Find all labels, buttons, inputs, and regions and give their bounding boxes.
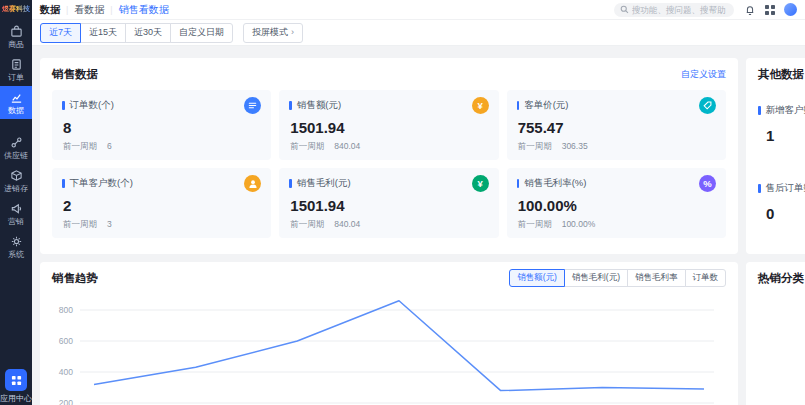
sidebar-item-orders[interactable]: 订单 [0,53,32,86]
customer-icon [244,175,261,192]
app-center-icon[interactable] [5,369,27,391]
user-avatar[interactable] [784,3,797,16]
range-button-custom[interactable]: 自定义日期 [170,23,233,43]
accent-bar [758,106,761,115]
metric-label: 销售毛利率(%) [524,177,586,190]
svg-text:600: 600 [59,336,73,346]
prev-period-value: 100.00% [562,219,596,231]
trend-line-chart: 8006004002000 [52,290,724,405]
prev-period-label: 前一周期 [63,219,97,231]
metric-value: 1 [766,127,805,144]
tab-sales-amount[interactable]: 销售额(元) [509,269,565,287]
sidebar-item-label: 数据 [8,106,24,115]
tab-order-count[interactable]: 订单数 [685,269,727,287]
metric-prev: 前一周期 840.04 [290,141,488,153]
main-content: 销售数据 自定义设置 订单数(个) 8 前一周期 6 [32,46,805,405]
sidebar-item-goods[interactable]: 商品 [0,20,32,53]
metric-value: 8 [63,119,261,136]
prev-period-value: 306.35 [562,141,588,153]
topbar-icons [744,3,797,16]
accent-bar [289,101,292,110]
prev-period-label: 前一周期 [290,141,324,153]
metric-prev: 前一周期 306.35 [518,141,716,153]
other-card-title: 其他数据 [758,67,804,82]
sidebar-app-center: 应用中心 [0,369,32,403]
custom-settings-link[interactable]: 自定义设置 [681,68,726,81]
metric-value: 1501.94 [290,119,488,136]
sidebar-item-inventory[interactable]: 进销存 [0,164,32,197]
search-icon [620,5,629,14]
sales-data-card: 销售数据 自定义设置 订单数(个) 8 前一周期 6 [40,58,738,254]
hot-categories-card: 热销分类 [746,262,805,405]
prev-period-value: 3 [107,219,112,231]
tab-profit-rate[interactable]: 销售毛利率 [627,269,686,287]
metric-tile-customer-count: 下单客户数(个) 2 前一周期 3 [52,168,271,238]
metric-prev: 前一周期 6 [63,141,261,153]
svg-text:800: 800 [59,305,73,315]
accent-bar [62,179,65,188]
tab-gross-profit[interactable]: 销售毛利(元) [564,269,628,287]
metric-tile-order-count: 订单数(个) 8 前一周期 6 [52,90,271,160]
prev-period-label: 前一周期 [518,141,552,153]
inventory-cube-icon [10,169,23,182]
supply-chain-icon [10,136,23,149]
sidebar-item-label: 系统 [8,250,24,259]
filter-bar: 近7天 近15天 近30天 自定义日期 投屏模式› [32,20,805,46]
topbar: 数据 | 看数据 | 销售看数据 [32,0,805,20]
metric-value: 0 [766,205,805,222]
system-gear-icon [10,235,23,248]
other-metric-new-customers: 新增客户数(个) 1 [758,104,805,144]
order-list-icon [244,97,261,114]
metric-prev: 前一周期 100.00% [518,219,716,231]
percent-icon: % [699,175,716,192]
prev-period-label: 前一周期 [518,219,552,231]
bell-icon[interactable] [744,4,756,16]
accent-bar [517,179,520,188]
sidebar-item-supply-chain[interactable]: 供应链 [0,131,32,164]
sidebar-item-data[interactable]: 数据 [0,86,32,119]
breadcrumb-item-data[interactable]: 数据 [40,3,60,17]
marketing-megaphone-icon [10,202,23,215]
accent-bar [289,179,292,188]
accent-bar [62,101,65,110]
range-button-7d[interactable]: 近7天 [40,23,81,43]
sales-trend-card: 销售趋势 销售额(元) 销售毛利(元) 销售毛利率 订单数 8006004002… [40,262,738,405]
app-center-label: 应用中心 [0,394,32,403]
range-button-30d[interactable]: 近30天 [125,23,171,43]
prev-period-label: 前一周期 [290,219,324,231]
sidebar-item-system[interactable]: 系统 [0,230,32,263]
metric-tile-profit-rate: 销售毛利率(%) % 100.00% 前一周期 100.00% [507,168,726,238]
sidebar: 煜赛科技 商品 订单 数据 供应链 进销存 营销 [0,0,32,405]
metric-prev: 前一周期 840.04 [290,219,488,231]
metric-label: 客单价(元) [524,99,568,112]
metric-label: 销售额(元) [297,99,341,112]
metric-value: 755.47 [518,119,716,136]
global-search [614,3,734,17]
goods-box-icon [10,25,23,38]
accent-bar [758,184,761,193]
accent-bar [517,101,520,110]
trend-card-title: 销售趋势 [52,271,98,286]
hot-card-title: 热销分类 [758,271,804,286]
sidebar-item-label: 商品 [8,40,24,49]
apps-icon[interactable] [764,4,776,16]
sidebar-item-marketing[interactable]: 营销 [0,197,32,230]
breadcrumb-item-sales-dashboard[interactable]: 销售看数据 [119,3,169,17]
other-metric-aftersale-orders: 售后订单数(个) 0 [758,182,805,222]
profit-icon: ¥ [472,175,489,192]
range-button-15d[interactable]: 近15天 [80,23,126,43]
cast-mode-button[interactable]: 投屏模式› [243,23,303,43]
prev-period-label: 前一周期 [63,141,97,153]
metric-label: 售后订单数(个) [766,182,805,195]
other-data-card: 其他数据 新增客户数(个) 1 售后订单数(个) 0 [746,58,805,254]
chevron-right-icon: › [291,27,294,37]
breadcrumb-item-dashboard[interactable]: 看数据 [74,3,104,17]
metric-tiles: 订单数(个) 8 前一周期 6 销售额(元) ¥ 1501.94 [52,90,726,238]
sales-card-title: 销售数据 [52,67,98,82]
yuan-icon: ¥ [472,97,489,114]
price-tag-icon [699,97,716,114]
sidebar-item-label: 营销 [8,217,24,226]
sidebar-item-label: 供应链 [4,151,28,160]
search-input[interactable] [632,5,728,15]
metric-label: 下单客户数(个) [70,177,133,190]
